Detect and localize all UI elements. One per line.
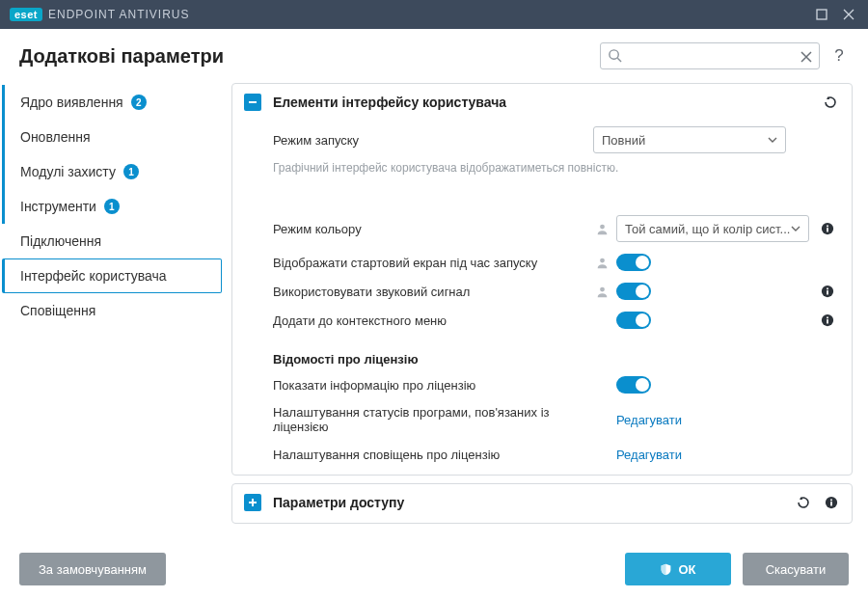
info-icon — [821, 313, 834, 327]
brand-logo: eset — [10, 8, 42, 21]
svg-rect-3 — [249, 101, 257, 103]
sidebar-item-label: Сповіщення — [20, 303, 95, 318]
info-icon — [821, 285, 834, 298]
sidebar-item-notifications[interactable]: Сповіщення — [2, 293, 228, 328]
svg-rect-12 — [827, 288, 828, 290]
brand: eset ENDPOINT ANTIVIRUS — [10, 8, 190, 21]
user-icon — [593, 223, 610, 235]
license-notif-edit-link[interactable]: Редагувати — [616, 448, 682, 462]
sidebar-item-update[interactable]: Оновлення — [2, 120, 228, 154]
main-content: Елементи інтерфейсу користувача Режим за… — [231, 79, 868, 540]
undo-icon — [823, 95, 838, 110]
svg-rect-7 — [827, 226, 828, 228]
undo-icon — [796, 495, 811, 510]
square-icon — [816, 9, 827, 20]
sound-label: Використовувати звуковий сигнал — [273, 285, 593, 299]
search-icon — [608, 48, 622, 67]
sidebar-item-label: Модулі захисту — [20, 164, 116, 179]
svg-point-8 — [600, 258, 605, 262]
search-clear-button[interactable] — [800, 49, 812, 67]
info-button[interactable] — [821, 313, 834, 327]
sidebar-item-label: Інструменти — [20, 199, 96, 214]
sidebar-item-label: Ядро виявлення — [20, 95, 123, 110]
header: Додаткові параметри ? — [0, 29, 868, 79]
context-menu-toggle[interactable] — [616, 312, 651, 329]
sidebar-item-detection-core[interactable]: Ядро виявлення2 — [2, 85, 228, 120]
svg-line-2 — [617, 58, 621, 62]
sidebar-badge: 2 — [131, 95, 147, 110]
user-icon — [593, 257, 610, 269]
shield-icon — [660, 563, 672, 576]
sidebar-item-connection[interactable]: Підключення — [2, 224, 228, 258]
window-maximize-button[interactable] — [808, 1, 835, 28]
sound-toggle[interactable] — [616, 283, 651, 300]
svg-rect-19 — [830, 502, 832, 505]
sidebar-badge: 1 — [123, 164, 139, 179]
user-icon — [593, 285, 610, 298]
chevron-down-icon — [791, 222, 800, 236]
start-mode-label: Режим запуску — [273, 133, 593, 148]
help-button[interactable]: ? — [829, 46, 849, 66]
undo-button[interactable] — [796, 495, 811, 510]
sidebar-item-protection-modules[interactable]: Модулі захисту1 — [2, 154, 228, 189]
svg-rect-0 — [817, 10, 827, 19]
panel-title: Елементи інтерфейсу користувача — [273, 95, 823, 110]
panel-ui-elements: Елементи інтерфейсу користувача Режим за… — [231, 83, 853, 476]
info-button[interactable] — [825, 496, 838, 509]
start-mode-select[interactable]: Повний — [593, 126, 786, 153]
license-section-heading: Відомості про ліцензію — [232, 335, 852, 370]
panel-title: Параметри доступу — [273, 495, 796, 510]
license-notif-label: Налаштування сповіщень про ліцензію — [273, 448, 593, 462]
color-mode-value: Той самий, що й колір сист... — [625, 222, 791, 236]
titlebar: eset ENDPOINT ANTIVIRUS — [0, 0, 868, 29]
sidebar-item-tools[interactable]: Інструменти1 — [2, 189, 228, 224]
page-title: Додаткові параметри — [19, 45, 600, 68]
ok-button[interactable]: ОК — [625, 553, 731, 585]
show-splash-label: Відображати стартовий екран під час запу… — [273, 256, 593, 270]
search-input[interactable] — [600, 42, 820, 69]
plus-icon — [248, 498, 258, 507]
sidebar-badge: 1 — [104, 199, 120, 214]
collapse-button[interactable] — [244, 94, 261, 111]
svg-rect-17 — [252, 499, 254, 506]
chevron-down-icon — [768, 133, 777, 148]
info-icon — [821, 222, 834, 235]
sidebar-item-label: Інтерфейс користувача — [20, 268, 167, 284]
expand-button[interactable] — [244, 494, 261, 511]
sidebar-item-label: Оновлення — [20, 129, 91, 145]
info-icon — [825, 496, 838, 509]
context-menu-label: Додати до контекстного меню — [273, 313, 593, 328]
x-icon — [800, 51, 812, 63]
undo-button[interactable] — [823, 95, 838, 110]
svg-point-4 — [600, 224, 605, 229]
show-license-info-toggle[interactable] — [616, 376, 651, 394]
svg-rect-6 — [827, 228, 828, 231]
svg-rect-15 — [827, 317, 828, 319]
color-mode-label: Режим кольору — [273, 222, 593, 236]
ok-label: ОК — [678, 562, 695, 577]
brand-suffix: ENDPOINT ANTIVIRUS — [48, 8, 189, 21]
window-close-button[interactable] — [835, 1, 862, 28]
cancel-button[interactable]: Скасувати — [743, 553, 849, 585]
sidebar: Ядро виявлення2ОновленняМодулі захисту1І… — [0, 79, 231, 540]
minus-icon — [248, 97, 258, 107]
svg-point-9 — [600, 286, 605, 291]
search-field — [600, 42, 820, 69]
sidebar-item-label: Підключення — [20, 233, 101, 249]
svg-point-1 — [610, 50, 618, 59]
license-app-status-edit-link[interactable]: Редагувати — [616, 413, 682, 427]
license-app-status-label: Налаштування статусів програми, пов'язан… — [273, 405, 593, 434]
svg-rect-20 — [830, 500, 832, 502]
defaults-button[interactable]: За замовчуванням — [19, 553, 166, 585]
close-icon — [843, 9, 854, 20]
info-button[interactable] — [821, 222, 834, 235]
svg-rect-11 — [827, 290, 828, 294]
footer: За замовчуванням ОК Скасувати — [0, 540, 868, 598]
start-mode-hint: Графічний інтерфейс користувача відображ… — [232, 159, 852, 188]
show-splash-toggle[interactable] — [616, 254, 651, 271]
color-mode-select[interactable]: Той самий, що й колір сист... — [616, 215, 809, 242]
sidebar-item-user-interface[interactable]: Інтерфейс користувача — [2, 258, 222, 293]
info-button[interactable] — [821, 285, 834, 298]
panel-access-params: Параметри доступу — [231, 483, 853, 524]
svg-rect-14 — [827, 319, 828, 323]
